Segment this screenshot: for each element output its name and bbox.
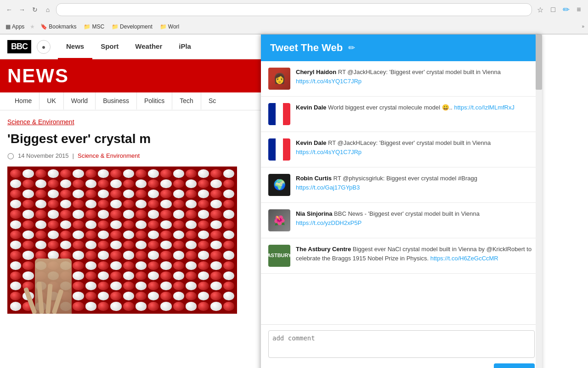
france-flag-avatar xyxy=(268,103,290,125)
comment-input[interactable] xyxy=(268,330,535,358)
article-title: 'Biggest ever' crystal m xyxy=(7,131,254,147)
bookmarks-label: Bookmarks xyxy=(49,23,76,30)
tweet-submit-row: Tweet xyxy=(268,363,535,368)
apps-grid-icon: ▦ xyxy=(6,23,11,30)
tweet-text-robin: RT @physicsgirluk: Biggest ever crystal … xyxy=(334,175,477,182)
news-banner: NEWS xyxy=(0,59,262,92)
subnav-politics[interactable]: Politics xyxy=(136,92,172,110)
tweet-content-kevin1: Kevin Dale World biggest ever crystal mo… xyxy=(296,103,535,112)
bbc-logo-text: BBC xyxy=(11,42,28,51)
world-bookmark[interactable]: 📁 Worl xyxy=(158,23,181,31)
article-category-link[interactable]: Science & Environment xyxy=(78,152,140,159)
bookmarks-item[interactable]: 🔖 Bookmarks xyxy=(39,23,78,31)
tweet-item-kevin1[interactable]: Kevin Dale World biggest ever crystal mo… xyxy=(261,97,542,132)
avatar-cheryl: 👩 xyxy=(268,68,290,90)
bookmarks-bar: ▦ Apps ★ 🔖 Bookmarks 📁 MSC 📁 Development… xyxy=(0,19,588,34)
url-input[interactable]: www.bbc.co.uk/news/science-environment-3… xyxy=(62,6,526,13)
tweet-text-kevin1: World biggest ever crystal molecule mode… xyxy=(328,104,454,111)
article-area: Science & Environment 'Biggest ever' cry… xyxy=(0,110,262,321)
tweet-link-robin[interactable]: https://t.co/Gaj17GYpB3 xyxy=(296,184,360,191)
nav-sport[interactable]: Sport xyxy=(92,34,127,59)
tweet-item-astbury[interactable]: ASTBURY The Astbury Centre Biggest ever … xyxy=(261,238,542,274)
tweet-overlay-panel: Tweet The Web ✏ 👩 Cheryl Haidon RT @Jack… xyxy=(261,34,542,368)
tweet-item-nia[interactable]: 🌺 Nia Sinjorina BBC News - 'Biggest ever… xyxy=(261,203,542,238)
tweet-text-nia: BBC News - 'Biggest ever' crystal model … xyxy=(334,210,480,217)
nav-weather[interactable]: Weather xyxy=(127,34,170,59)
address-bar[interactable]: www.bbc.co.uk/news/science-environment-3… xyxy=(56,3,532,16)
tweet-item-kevin2[interactable]: Kevin Dale RT @JackHLacey: 'Biggest ever… xyxy=(261,132,542,167)
back-button[interactable]: ← xyxy=(4,4,15,15)
sub-navigation: Home UK World Business Politics Tech Sc xyxy=(0,92,262,110)
tweet-item-robin[interactable]: 🌍 Robin Curtis RT @physicsgirluk: Bigges… xyxy=(261,167,542,203)
extension-button[interactable]: ✏ xyxy=(560,4,571,15)
subnav-business[interactable]: Business xyxy=(95,92,136,110)
msc-bookmark[interactable]: 📁 MSC xyxy=(82,23,106,31)
subnav-uk[interactable]: UK xyxy=(39,92,63,110)
bbc-logo: BBC xyxy=(7,40,31,53)
meta-separator: | xyxy=(73,152,74,159)
apps-bookmark[interactable]: ▦ Apps xyxy=(4,23,26,31)
browser-titlebar: ← → ↻ ⌂ www.bbc.co.uk/news/science-envir… xyxy=(0,0,588,19)
tweet-list: 👩 Cheryl Haidon RT @JackHLacey: 'Biggest… xyxy=(261,61,542,324)
france-flag-avatar-2 xyxy=(268,138,290,161)
refresh-button[interactable]: ↻ xyxy=(29,4,40,15)
bbc-search-button[interactable]: ● xyxy=(37,40,51,54)
development-bookmark[interactable]: 📁 Development xyxy=(110,23,154,31)
subnav-home[interactable]: Home xyxy=(7,92,39,110)
robin-avatar-img: 🌍 xyxy=(268,174,290,196)
bbc-site: BBC ● News Sport Weather iPla NEWS Home … xyxy=(0,34,262,321)
subnav-sc[interactable]: Sc xyxy=(201,92,223,110)
nav-news[interactable]: News xyxy=(58,34,92,59)
news-title: NEWS xyxy=(7,65,69,86)
tweet-item-cheryl[interactable]: 👩 Cheryl Haidon RT @JackHLacey: 'Biggest… xyxy=(261,61,542,97)
bbc-nav: News Sport Weather iPla xyxy=(58,34,199,59)
scroll-thumb[interactable] xyxy=(536,34,542,90)
cast-button[interactable]: □ xyxy=(548,4,559,15)
apps-label: Apps xyxy=(12,23,24,30)
scrollbar[interactable] xyxy=(536,34,542,368)
more-bookmarks-chevron[interactable]: » xyxy=(582,24,584,29)
tweet-edit-icon[interactable]: ✏ xyxy=(348,43,355,53)
tweet-link-kevin1[interactable]: https://t.co/IzlMLmfRxJ xyxy=(454,104,514,111)
article-image xyxy=(7,167,237,314)
tweet-username-astbury: The Astbury Centre xyxy=(296,246,353,253)
astbury-avatar-img: ASTBURY xyxy=(268,245,290,267)
tweet-content-astbury: The Astbury Centre Biggest ever NaCl cry… xyxy=(296,245,535,263)
avatar-nia: 🌺 xyxy=(268,209,290,231)
tweet-comment-area: Tweet xyxy=(261,324,542,368)
tweet-header: Tweet The Web ✏ xyxy=(261,34,542,61)
msc-label: MSC xyxy=(92,23,104,30)
avatar-kevin2 xyxy=(268,138,290,161)
tweet-header-title: Tweet The Web xyxy=(270,42,343,54)
tweet-username-kevin2: Kevin Dale xyxy=(296,139,328,146)
nav-iplayer[interactable]: iPla xyxy=(170,34,199,59)
clock-icon: ◯ xyxy=(7,152,14,159)
tweet-content-cheryl: Cheryl Haidon RT @JackHLacey: 'Biggest e… xyxy=(296,68,535,86)
home-button[interactable]: ⌂ xyxy=(42,4,53,15)
folder-icon: 📁 xyxy=(84,23,90,30)
subnav-world[interactable]: World xyxy=(63,92,95,110)
forward-button[interactable]: → xyxy=(17,4,28,15)
breadcrumb-link[interactable]: Science & Environment xyxy=(7,118,74,126)
star-button[interactable]: ☆ xyxy=(535,4,546,15)
folder-icon-3: 📁 xyxy=(160,23,167,30)
avatar-robin: 🌍 xyxy=(268,174,290,196)
tweet-text-kevin2: RT @JackHLacey: 'Biggest ever' crystal m… xyxy=(328,139,491,146)
tweet-username-nia: Nia Sinjorina xyxy=(296,210,334,217)
tweet-link-nia[interactable]: https://t.co/yzDDH2xP5P xyxy=(296,219,362,226)
bbc-header: BBC ● News Sport Weather iPla xyxy=(0,34,262,59)
tweet-link-cheryl[interactable]: https://t.co/4sYQ1C7JRp xyxy=(296,78,362,85)
menu-button[interactable]: ≡ xyxy=(573,4,584,15)
article-date: 14 November 2015 xyxy=(18,152,69,159)
development-label: Development xyxy=(120,23,153,30)
tweet-submit-button[interactable]: Tweet xyxy=(494,363,535,368)
tweet-content-kevin2: Kevin Dale RT @JackHLacey: 'Biggest ever… xyxy=(296,138,535,156)
tweet-username-robin: Robin Curtis xyxy=(296,175,334,182)
page-content: BBC ● News Sport Weather iPla NEWS Home … xyxy=(0,34,588,368)
tweet-username-cheryl: Cheryl Haidon xyxy=(296,69,338,75)
tweet-link-kevin2[interactable]: https://t.co/4sYQ1C7JRp xyxy=(296,149,362,155)
tweet-username-kevin1: Kevin Dale xyxy=(296,104,328,111)
separator: ★ xyxy=(30,23,35,30)
tweet-link-astbury[interactable]: https://t.co/H6ZeGcCcMR xyxy=(430,255,498,262)
subnav-tech[interactable]: Tech xyxy=(172,92,201,110)
